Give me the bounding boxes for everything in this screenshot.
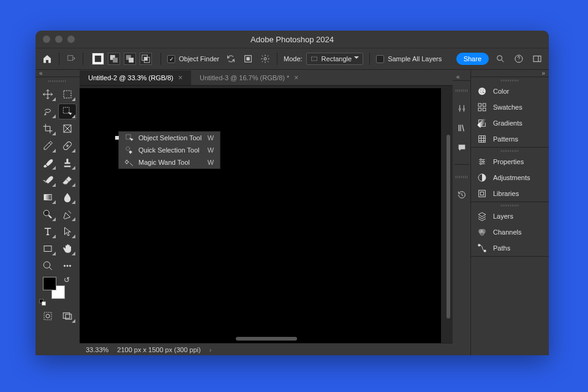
vertical-scrollbar[interactable]	[447, 135, 450, 318]
subtract-selection-mode[interactable]	[124, 53, 136, 65]
share-button[interactable]: Share	[456, 53, 489, 65]
add-selection-mode[interactable]	[108, 53, 120, 65]
marquee-tool[interactable]	[59, 87, 76, 102]
mode-label: Mode:	[284, 55, 303, 62]
path-selection-tool[interactable]	[59, 224, 76, 239]
intersect-selection-mode[interactable]	[140, 53, 152, 65]
color-swatches[interactable]: ↺	[39, 276, 76, 306]
search-button[interactable]	[495, 53, 506, 64]
expand-icon[interactable]: «	[456, 74, 460, 80]
frame-tool[interactable]	[59, 121, 76, 136]
collapse-icon[interactable]: »	[541, 70, 545, 77]
overlay-options-button[interactable]	[243, 53, 254, 64]
gradients-panel[interactable]: Gradients	[471, 115, 549, 131]
flyout-object-selection[interactable]: Object Selection Tool W	[119, 132, 220, 144]
eyedropper-tool[interactable]	[39, 138, 56, 153]
canvas-viewport[interactable]	[80, 86, 453, 343]
library-icon[interactable]	[456, 123, 467, 134]
more-tools[interactable]	[59, 258, 76, 273]
collapsed-panel-column: «	[453, 70, 471, 355]
channels-panel[interactable]: Channels	[471, 224, 549, 240]
app-window: Adobe Photoshop 2024 Object Finder Mode:…	[36, 31, 549, 355]
shortcut-key: W	[208, 146, 214, 154]
crop-tool[interactable]	[39, 121, 56, 136]
blur-tool[interactable]	[59, 190, 76, 205]
patterns-panel[interactable]: Patterns	[471, 131, 549, 147]
swap-colors-icon[interactable]: ↺	[64, 276, 70, 284]
paths-panel[interactable]: Paths	[471, 240, 549, 256]
new-selection-mode[interactable]	[92, 53, 104, 65]
history-brush-tool[interactable]	[39, 173, 56, 187]
history-icon[interactable]	[456, 189, 467, 200]
svg-rect-28	[42, 302, 46, 306]
right-panel-dock: « » Color Swatches Gradients Patterns	[453, 70, 549, 355]
panel-drag-handle[interactable]	[471, 77, 549, 83]
tools-collapse[interactable]: «	[36, 70, 80, 77]
type-tool[interactable]	[39, 224, 56, 239]
panel-drag-handle[interactable]	[471, 148, 549, 154]
close-window-button[interactable]	[43, 36, 50, 43]
layers-panel[interactable]: Layers	[471, 208, 549, 224]
close-tab-icon[interactable]: ×	[294, 74, 298, 82]
tools-panel: «	[36, 70, 80, 355]
pen-tool[interactable]	[59, 207, 76, 222]
panel-drag-handle[interactable]	[456, 176, 468, 178]
dodge-tool[interactable]	[39, 207, 56, 222]
tool-grid: ↺	[36, 85, 80, 355]
workspace-button[interactable]	[532, 53, 543, 64]
close-tab-icon[interactable]: ×	[178, 74, 183, 82]
help-button[interactable]	[513, 53, 524, 64]
tab-label: Untitled-2 @ 33.3% (RGB/8)	[88, 74, 173, 81]
svg-rect-41	[478, 108, 481, 111]
svg-rect-12	[311, 57, 317, 61]
libraries-panel[interactable]: Libraries	[471, 186, 549, 202]
rectangle-tool[interactable]	[39, 241, 56, 256]
status-bar: 33.33% 2100 px x 1500 px (300 ppi) ›	[80, 343, 453, 355]
shortcut-key: W	[208, 159, 214, 166]
tool-preset-dropdown[interactable]	[66, 53, 77, 64]
svg-rect-1	[95, 56, 102, 62]
status-menu-icon[interactable]: ›	[209, 346, 212, 353]
canvas[interactable]	[80, 88, 441, 343]
healing-tool[interactable]	[59, 138, 76, 153]
tools-drag-handle[interactable]	[36, 77, 80, 85]
screen-mode-tool[interactable]	[59, 309, 76, 323]
document-tab[interactable]: Untitled-3 @ 16.7% (RGB/8) * ×	[191, 70, 307, 85]
document-dimensions[interactable]: 2100 px x 1500 px (300 ppi)	[117, 346, 200, 353]
default-colors-icon[interactable]	[39, 299, 47, 306]
maximize-window-button[interactable]	[67, 36, 75, 43]
adjustments-panel[interactable]: Adjustments	[471, 170, 549, 186]
comments-icon[interactable]	[456, 142, 467, 153]
brush-settings-icon[interactable]	[456, 103, 467, 114]
zoom-level[interactable]: 33.33%	[86, 346, 108, 353]
brush-tool[interactable]	[39, 156, 56, 170]
properties-panel[interactable]: Properties	[471, 154, 549, 170]
hand-tool[interactable]	[59, 241, 76, 256]
zoom-tool[interactable]	[39, 258, 56, 273]
gradient-tool[interactable]	[39, 190, 56, 205]
svg-point-46	[483, 161, 484, 163]
minimize-window-button[interactable]	[55, 36, 62, 43]
document-tab[interactable]: Untitled-2 @ 33.3% (RGB/8) ×	[80, 70, 191, 85]
stamp-tool[interactable]	[59, 156, 76, 170]
move-tool[interactable]	[39, 87, 56, 102]
panel-drag-handle[interactable]	[471, 202, 549, 208]
svg-rect-50	[480, 192, 483, 195]
flyout-quick-selection[interactable]: Quick Selection Tool W	[119, 144, 220, 156]
eraser-tool[interactable]	[59, 173, 76, 187]
flyout-magic-wand[interactable]: Magic Wand Tool W	[119, 156, 220, 168]
gear-icon[interactable]	[260, 53, 271, 64]
quick-mask-tool[interactable]	[39, 309, 56, 323]
object-selection-tool[interactable]	[59, 104, 76, 119]
horizontal-scrollbar[interactable]	[236, 337, 297, 341]
mode-dropdown[interactable]: Rectangle	[306, 53, 364, 65]
foreground-color[interactable]	[43, 277, 56, 290]
panel-drag-handle[interactable]	[456, 89, 468, 92]
swatches-panel[interactable]: Swatches	[471, 99, 549, 115]
home-button[interactable]	[42, 53, 53, 64]
lasso-tool[interactable]	[39, 104, 56, 119]
color-panel[interactable]: Color	[471, 83, 549, 99]
object-finder-checkbox[interactable]: Object Finder	[167, 55, 219, 63]
sample-all-layers-checkbox[interactable]: Sample All Layers	[376, 55, 442, 63]
refresh-button[interactable]	[225, 53, 236, 64]
